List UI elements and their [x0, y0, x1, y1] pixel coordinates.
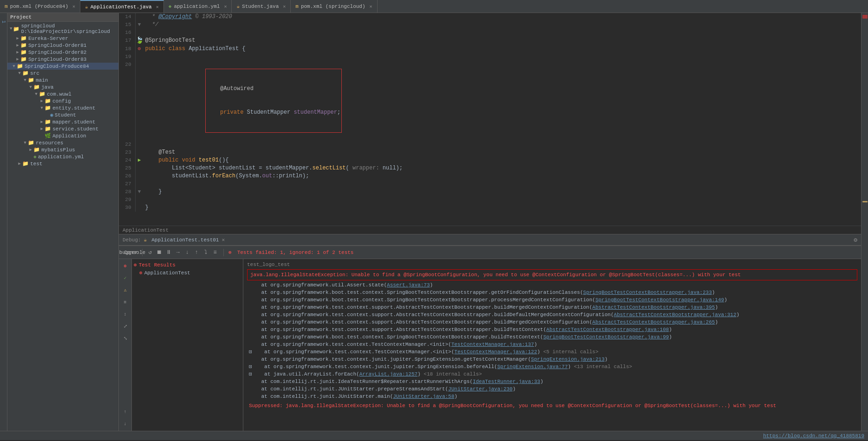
link-sbtcb-1[interactable]: SpringBootTestContextBootstrapper.java:2… — [583, 290, 712, 295]
collapse-tool-icon[interactable]: ⤡ — [120, 333, 131, 344]
step-out-btn[interactable]: ↑ — [193, 249, 200, 256]
tree-mapper-student[interactable]: ▶ 📁 mapper.student — [7, 118, 118, 125]
run-tool-icon[interactable]: ✓ — [120, 273, 131, 283]
tree-test[interactable]: ▶ 📁 test — [7, 160, 118, 167]
tab-close-apptest[interactable]: ✕ — [156, 4, 159, 10]
debug-tab-label[interactable]: ApplicationTest.test01 — [151, 237, 219, 243]
tree-comwuwl[interactable]: ▼ 📁 com.wuwl — [7, 91, 118, 97]
tab-application-yml[interactable]: ◆ application.yml ✕ — [164, 0, 232, 13]
folder-icon-eureka: 📁 — [20, 35, 27, 41]
label-main: main — [36, 78, 48, 83]
scroll-down-tool[interactable]: ↓ — [120, 419, 131, 429]
status-url[interactable]: https://blog.csdn.net/qq_41885819 — [763, 433, 864, 439]
code-editor[interactable]: 14 * @Copyright © 1993-2020 15 ▼ */ — [119, 13, 861, 234]
tab-applicationtest[interactable]: ☕ ApplicationTest.java ✕ — [80, 0, 164, 13]
label-test-results: Test Results — [139, 262, 176, 268]
scroll-up-tool[interactable]: ↑ — [120, 407, 131, 417]
link-atcb-2[interactable]: AbstractTestContextBootstrapper.java:312 — [614, 312, 737, 318]
debug-close[interactable]: ✕ — [222, 237, 225, 243]
link-tcm-2[interactable]: TestContextManager.java:122 — [454, 349, 537, 355]
tree-app-yaml[interactable]: ▶ ◆ application.yml — [7, 153, 118, 160]
link-sbtcb-3[interactable]: SpringBootTestContextBootstrapper.java:9… — [543, 334, 669, 340]
expand-tool-icon[interactable]: ⤢ — [120, 321, 131, 331]
link-atcb-4[interactable]: AbstractTestContextBootstrapper.java:108 — [546, 327, 669, 332]
folder-icon-comwuwl: 📁 — [39, 91, 46, 97]
tree-springcloud[interactable]: ▼ 📁 springcloud D:\IdeaProjectDir\spring… — [7, 23, 118, 35]
warn-tool-icon[interactable]: ⚠ — [120, 285, 131, 295]
application-test-node[interactable]: ⊗ ApplicationTest — [132, 269, 243, 277]
link-se-2[interactable]: SpringExtension.java:77 — [497, 364, 568, 370]
test-fail-icon-apptest: ⊗ — [139, 270, 143, 276]
link-junitstarter-1[interactable]: JUnitStarter.java:230 — [448, 386, 513, 392]
tree-mybatisplus[interactable]: ▶ 📁 mybatisPlus — [7, 146, 118, 153]
list-tool-icon[interactable]: ≡ — [120, 297, 131, 307]
tree-order81[interactable]: ▶ 📁 SpringCloud-Order81 — [7, 42, 118, 49]
label-app-yaml: application.yml — [38, 154, 84, 160]
tree-main[interactable]: ▼ 📁 main — [7, 77, 118, 84]
stop-btn[interactable]: ⏹ — [156, 249, 163, 256]
tree-java[interactable]: ▼ 📁 java — [7, 84, 118, 91]
console-panel[interactable]: test_logo_test java.lang.IllegalStateExc… — [243, 259, 861, 431]
tab-pom-springcloud[interactable]: m pom.xml (springcloud) ✕ — [291, 0, 377, 13]
tab-close-pom84[interactable]: ✕ — [72, 4, 75, 9]
tab-pom-produce84[interactable]: m pom.xml (Produce84) ✕ — [0, 0, 80, 13]
code-line-26: 26 studentList.forEach(System.out::print… — [119, 172, 861, 180]
step-into-btn[interactable]: ↓ — [183, 249, 191, 256]
arrow-produce84: ▼ — [11, 64, 17, 69]
error-indicator-18[interactable]: ⊙ — [138, 46, 141, 52]
tree-config[interactable]: ▶ 📁 config — [7, 97, 118, 104]
tree-src[interactable]: ▼ 📁 src — [7, 70, 118, 77]
stack-line-1: at org.springframework.util.Assert.state… — [247, 281, 857, 289]
fold-icon-28[interactable]: ▼ — [138, 189, 141, 195]
link-atcb-3[interactable]: AbstractTestContextBootstrapper.java:265 — [592, 319, 715, 325]
link-se-1[interactable]: SpringExtension.java:213 — [531, 357, 604, 362]
run-cursor-btn[interactable]: ⤵ — [202, 249, 209, 256]
arrow-test: ▶ — [17, 161, 22, 166]
arrow-app-yaml: ▶ — [28, 154, 33, 159]
code-line-15: 15 ▼ */ — [119, 21, 861, 29]
link-atcb-1[interactable]: AbstractTestContextBootstrapper.java:395 — [592, 305, 715, 310]
tree-order83[interactable]: ▶ 📁 SpringCloud-Order83 — [7, 56, 118, 63]
step-over-btn[interactable]: → — [174, 249, 182, 256]
error-marker-1 — [862, 15, 868, 19]
stop-tool-icon[interactable]: ⊗ — [120, 261, 131, 271]
link-arraylist[interactable]: ArrayList.java:1257 — [359, 371, 418, 377]
tree-resources[interactable]: ▼ 📁 resources — [7, 139, 118, 146]
code-line-14: 14 * @Copyright © 1993-2020 — [119, 13, 861, 21]
fold-icon-15[interactable]: ▼ — [138, 22, 141, 27]
link-tcm-1[interactable]: TestContextManager.java:137 — [451, 342, 534, 347]
console-tab[interactable]: Console — [131, 249, 138, 256]
right-scroll[interactable] — [861, 13, 868, 431]
tree-student-class[interactable]: ▶ ◉ Student — [7, 111, 118, 118]
pause-btn[interactable]: ⏸ — [165, 249, 172, 256]
tab-student-java[interactable]: ☕ Student.java ✕ — [232, 0, 291, 13]
run-indicator-24[interactable]: ▶ — [138, 157, 141, 163]
sort-tool-icon[interactable]: ↕ — [120, 309, 131, 319]
link-sbtcb-2[interactable]: SpringBootTestContextBootstrapper.java:1… — [595, 297, 724, 303]
tree-eureka[interactable]: ▶ 📁 Eureka-Server — [7, 35, 118, 42]
settings-icon[interactable]: ⚙ — [854, 236, 857, 244]
rerun-btn[interactable]: ↺ — [146, 249, 154, 256]
tree-service-student[interactable]: ▶ 📁 service.student — [7, 125, 118, 132]
folder-icon-springcloud: 📁 — [13, 26, 20, 32]
project-tree[interactable]: ▼ 📁 springcloud D:\IdeaProjectDir\spring… — [7, 22, 118, 431]
tree-application[interactable]: ▶ 🌿 Application — [7, 132, 118, 139]
tab-close-student[interactable]: ✕ — [283, 4, 286, 9]
label-mapper: mapper.student — [52, 119, 95, 125]
java-icon2: ☕ — [236, 3, 240, 9]
tree-produce84[interactable]: ▼ 📁 SpringCloud-Produce84 — [7, 63, 118, 70]
link-assert[interactable]: Assert.java:73 — [387, 282, 430, 288]
link-ideatestrunner[interactable]: IdeaTestRunner.java:33 — [473, 379, 540, 384]
tab-close-pomsc[interactable]: ✕ — [370, 4, 372, 9]
tree-order82[interactable]: ▶ 📁 SpringCloud-Order82 — [7, 49, 118, 56]
code-section: 14 * @Copyright © 1993-2020 15 ▼ */ — [119, 13, 861, 234]
tab-close-yml[interactable]: ✕ — [224, 4, 227, 9]
test-results-root-item[interactable]: ⊗ Test Results — [132, 261, 243, 269]
link-junitstarter-2[interactable]: JUnitStarter.java:58 — [393, 394, 454, 399]
xml-icon2: m — [295, 4, 299, 9]
tree-entity-student[interactable]: ▼ 📁 entity.student — [7, 104, 118, 111]
arrow-mapper: ▶ — [39, 119, 45, 124]
spring-icon-app: 🌿 — [45, 133, 51, 139]
evaluate-btn[interactable]: ≡ — [211, 249, 219, 256]
label-resources: resources — [36, 140, 63, 146]
